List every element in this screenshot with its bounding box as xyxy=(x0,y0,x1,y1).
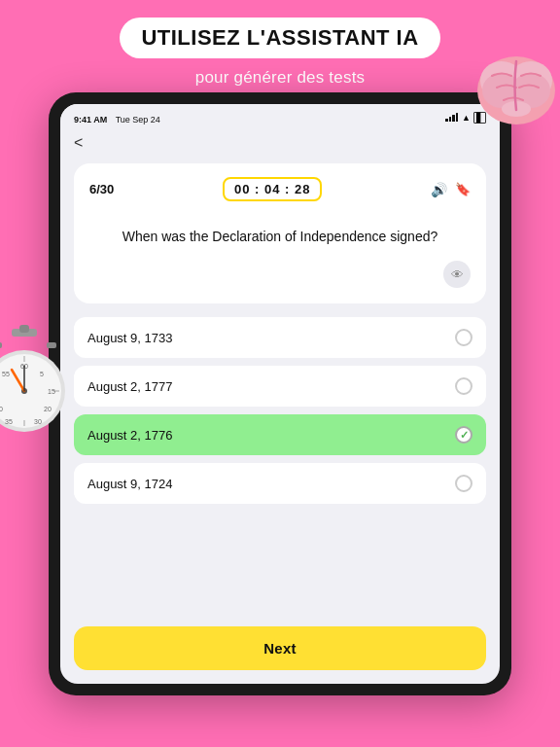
svg-rect-9 xyxy=(47,342,56,348)
answer-label-4: August 9, 1724 xyxy=(88,477,172,491)
eye-icon[interactable]: 👁 xyxy=(443,261,471,288)
next-button-container: Next xyxy=(60,617,500,684)
tablet-screen: 9:41 AM Tue Sep 24 ▲ ▋ < xyxy=(60,104,500,684)
back-button-row: < xyxy=(60,128,500,158)
svg-text:55: 55 xyxy=(2,371,10,377)
quiz-header-icons: 🔊 🔖 xyxy=(431,182,471,197)
question-count: 6/30 xyxy=(89,182,114,196)
svg-rect-7 xyxy=(19,325,29,333)
next-button[interactable]: Next xyxy=(74,626,486,670)
main-background: UTILISEZ L'ASSISTANT IA pour générer des… xyxy=(0,0,560,747)
radio-4 xyxy=(455,475,472,492)
brain-icon xyxy=(463,37,560,134)
answer-label-1: August 9, 1733 xyxy=(88,331,172,345)
stopwatch-decoration: 60 55 5 45 15 40 20 35 30 xyxy=(0,321,78,438)
answer-option-3[interactable]: August 2, 1776 ✓ xyxy=(74,414,486,455)
radio-1 xyxy=(455,329,472,346)
signal-icon xyxy=(445,114,459,122)
status-time: 9:41 AM Tue Sep 24 xyxy=(74,109,160,126)
answer-option-1[interactable]: August 9, 1733 xyxy=(74,317,486,358)
svg-text:35: 35 xyxy=(5,418,13,425)
speaker-icon[interactable]: 🔊 xyxy=(431,182,447,197)
question-text: When was the Declaration of Independence… xyxy=(89,207,471,257)
brain-decoration xyxy=(463,37,560,134)
answers-section: August 9, 1733 August 2, 1777 August 2, … xyxy=(60,309,500,617)
stopwatch-icon: 60 55 5 45 15 40 20 35 30 xyxy=(0,321,78,438)
main-title: UTILISEZ L'ASSISTANT IA xyxy=(141,25,418,50)
title-badge: UTILISEZ L'ASSISTANT IA xyxy=(120,18,439,58)
answer-option-4[interactable]: August 9, 1724 xyxy=(74,463,486,504)
radio-2 xyxy=(455,377,472,395)
status-bar: 9:41 AM Tue Sep 24 ▲ ▋ xyxy=(60,104,500,128)
svg-text:15: 15 xyxy=(48,388,55,395)
svg-rect-8 xyxy=(0,342,2,348)
quiz-header: 6/30 00 : 04 : 28 🔊 🔖 xyxy=(89,177,471,201)
answer-option-2[interactable]: August 2, 1777 xyxy=(74,366,486,407)
answer-label-2: August 2, 1777 xyxy=(88,379,172,394)
radio-3: ✓ xyxy=(455,426,472,444)
svg-text:30: 30 xyxy=(34,418,42,425)
answer-label-3: August 2, 1776 xyxy=(88,428,172,443)
back-button[interactable]: < xyxy=(74,134,83,151)
tablet-device: 9:41 AM Tue Sep 24 ▲ ▋ < xyxy=(49,92,511,695)
quiz-card: 6/30 00 : 04 : 28 🔊 🔖 When was the Decla… xyxy=(74,163,486,303)
eye-icon-row: 👁 xyxy=(89,257,471,290)
timer-badge: 00 : 04 : 28 xyxy=(223,177,323,201)
svg-text:40: 40 xyxy=(0,406,3,412)
svg-text:5: 5 xyxy=(40,371,44,377)
bookmark-icon[interactable]: 🔖 xyxy=(455,182,471,196)
svg-text:20: 20 xyxy=(44,406,52,412)
check-mark-icon: ✓ xyxy=(460,429,469,442)
